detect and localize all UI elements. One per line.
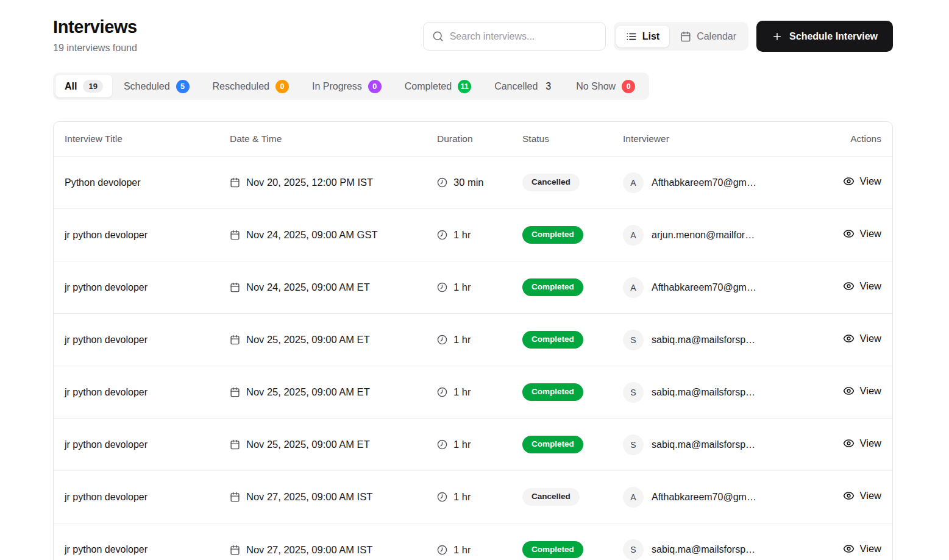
calendar-icon (230, 335, 240, 345)
filter-tab-in-progress[interactable]: In Progress 0 (300, 75, 393, 97)
table-row[interactable]: jr python devoloper Nov 27, 2025, 09:00 … (54, 471, 892, 523)
filter-tab-label: In Progress (312, 81, 362, 92)
table-row[interactable]: jr python devoloper Nov 25, 2025, 09:00 … (54, 366, 892, 419)
clock-icon (437, 492, 447, 502)
plus-icon (772, 31, 783, 42)
clock-icon (437, 439, 447, 450)
results-count: 19 interviews found (53, 43, 137, 54)
filter-tab-cancelled[interactable]: Cancelled 3 (483, 75, 564, 97)
interview-datetime: Nov 25, 2025, 09:00 AM ET (230, 386, 437, 398)
datetime-text: Nov 27, 2025, 09:00 AM IST (246, 491, 372, 503)
table-row[interactable]: jr python devoloper Nov 24, 2025, 09:00 … (54, 261, 892, 314)
interview-duration: 1 hr (437, 386, 522, 398)
actions-cell: View (830, 175, 881, 190)
filter-tab-completed[interactable]: Completed 11 (393, 75, 483, 97)
view-toggle: List Calendar (614, 22, 748, 51)
status-cell: Completed (522, 278, 623, 296)
status-cell: Completed (522, 331, 623, 349)
interview-title: jr python devoloper (65, 544, 230, 555)
view-button[interactable]: View (843, 228, 881, 239)
status-filter-bar: All 19 Scheduled 5 Rescheduled 0 In Prog… (53, 73, 649, 100)
filter-count-badge: 5 (176, 80, 190, 93)
view-label: View (860, 490, 881, 502)
clock-icon (437, 387, 447, 397)
actions-cell: View (830, 490, 881, 504)
status-badge: Completed (522, 383, 583, 401)
interviewer-email: sabiq.ma@mailsforsp… (652, 387, 755, 398)
avatar: A (623, 225, 644, 246)
filter-tab-scheduled[interactable]: Scheduled 5 (112, 75, 201, 97)
filter-tab-label: Rescheduled (213, 81, 269, 92)
interview-datetime: Nov 27, 2025, 09:00 AM IST (230, 544, 437, 556)
datetime-text: Nov 25, 2025, 09:00 AM ET (246, 386, 370, 398)
interviewer-cell: S sabiq.ma@mailsforsp… (623, 434, 830, 455)
table-header-row: Interview Title Date & Time Duration Sta… (54, 122, 892, 157)
calendar-view-button[interactable]: Calendar (670, 26, 746, 48)
interview-title: Python devoloper (65, 177, 230, 188)
schedule-interview-button[interactable]: Schedule Interview (756, 21, 893, 52)
duration-text: 1 hr (453, 491, 471, 503)
filter-tab-all[interactable]: All 19 (55, 75, 112, 97)
view-button[interactable]: View (843, 543, 881, 555)
page-title: Interviews (53, 17, 137, 37)
status-cell: Completed (522, 226, 623, 244)
calendar-icon (230, 439, 240, 450)
avatar: S (623, 434, 644, 455)
duration-text: 1 hr (453, 544, 471, 556)
calendar-view-label: Calendar (697, 31, 736, 42)
search-input[interactable] (450, 31, 597, 42)
filter-tab-no-show[interactable]: No Show 0 (564, 75, 647, 97)
interviewer-cell: S sabiq.ma@mailsforsp… (623, 539, 830, 560)
view-label: View (860, 228, 881, 239)
interviewer-email: sabiq.ma@mailsforsp… (652, 544, 755, 555)
column-header-interviewer: Interviewer (623, 133, 830, 144)
view-label: View (860, 385, 881, 397)
view-button[interactable]: View (843, 385, 881, 397)
interviewer-cell: A arjun.menon@mailfor… (623, 225, 830, 246)
search-icon (432, 30, 444, 42)
filter-tab-label: Cancelled (494, 81, 538, 92)
view-button[interactable]: View (843, 490, 881, 502)
view-button[interactable]: View (843, 175, 881, 187)
search-box[interactable] (423, 22, 606, 51)
list-view-button[interactable]: List (616, 26, 669, 48)
table-row[interactable]: jr python devoloper Nov 25, 2025, 09:00 … (54, 314, 892, 366)
actions-cell: View (830, 333, 881, 347)
schedule-interview-label: Schedule Interview (789, 31, 878, 42)
actions-cell: View (830, 228, 881, 242)
view-label: View (860, 175, 881, 187)
table-row[interactable]: jr python devoloper Nov 27, 2025, 09:00 … (54, 523, 892, 560)
status-cell: Cancelled (522, 488, 623, 506)
view-button[interactable]: View (843, 333, 881, 344)
avatar: A (623, 277, 644, 298)
interviewer-email: sabiq.ma@mailsforsp… (652, 335, 755, 346)
datetime-text: Nov 27, 2025, 09:00 AM IST (246, 544, 372, 556)
table-row[interactable]: jr python devoloper Nov 24, 2025, 09:00 … (54, 209, 892, 261)
table-row[interactable]: Python devoloper Nov 20, 2025, 12:00 PM … (54, 157, 892, 209)
interviewer-email: arjun.menon@mailfor… (652, 230, 755, 241)
datetime-text: Nov 20, 2025, 12:00 PM IST (246, 177, 373, 188)
status-badge: Cancelled (522, 488, 580, 506)
status-badge: Cancelled (522, 174, 580, 191)
calendar-icon (230, 282, 240, 292)
column-header-status: Status (522, 133, 623, 144)
filter-count-badge: 19 (83, 80, 102, 93)
status-cell: Completed (522, 436, 623, 453)
view-button[interactable]: View (843, 280, 881, 292)
calendar-icon (230, 492, 240, 502)
interview-title: jr python devoloper (65, 335, 230, 346)
calendar-icon (230, 387, 240, 397)
calendar-icon (230, 230, 240, 240)
interview-datetime: Nov 24, 2025, 09:00 AM ET (230, 282, 437, 293)
view-button[interactable]: View (843, 438, 881, 449)
avatar: S (623, 539, 644, 560)
table-row[interactable]: jr python devoloper Nov 25, 2025, 09:00 … (54, 419, 892, 471)
view-label: View (860, 333, 881, 344)
filter-tab-rescheduled[interactable]: Rescheduled 0 (201, 75, 300, 97)
filter-tab-label: Completed (405, 81, 452, 92)
eye-icon (843, 175, 855, 187)
calendar-icon (680, 31, 691, 42)
interviewer-cell: A Afthabkareem70@gm… (623, 172, 830, 193)
eye-icon (843, 280, 855, 292)
top-actions: List Calendar Schedule Interview (423, 21, 893, 52)
